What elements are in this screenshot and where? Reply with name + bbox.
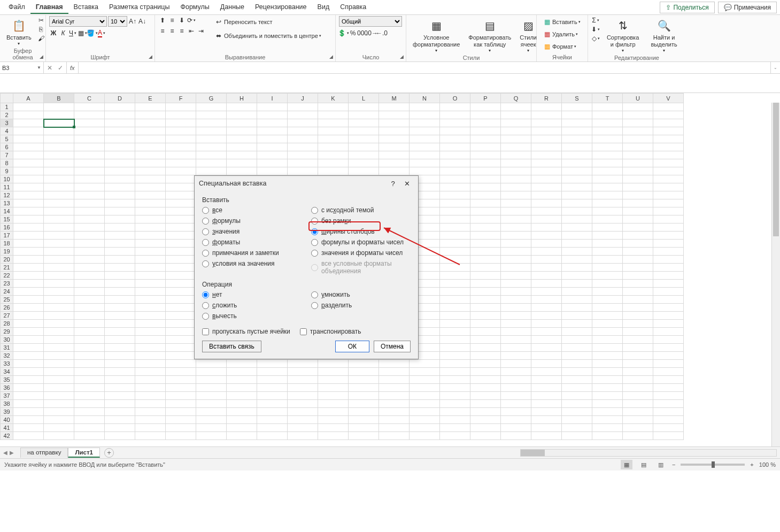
cell-S31[interactable] <box>562 344 592 352</box>
radio-formulas[interactable]: формулы <box>202 217 302 225</box>
row-header-7[interactable]: 7 <box>1 151 13 159</box>
cell-T7[interactable] <box>592 151 623 159</box>
cell-A13[interactable] <box>13 199 44 207</box>
percent-format-button[interactable]: % <box>349 29 357 37</box>
cell-C7[interactable] <box>74 151 105 159</box>
cell-L38[interactable] <box>349 400 379 408</box>
cell-D27[interactable] <box>105 312 135 320</box>
cell-R3[interactable] <box>531 119 562 127</box>
cell-R29[interactable] <box>531 328 562 336</box>
radio-all[interactable]: все <box>202 206 302 214</box>
cell-Q30[interactable] <box>501 336 531 344</box>
cell-S19[interactable] <box>562 248 592 256</box>
cell-A8[interactable] <box>13 159 44 167</box>
cell-H33[interactable] <box>227 360 257 368</box>
page-layout-view-button[interactable]: ▤ <box>638 460 650 469</box>
cell-R6[interactable] <box>531 143 562 151</box>
cell-S9[interactable] <box>562 167 592 175</box>
cell-N33[interactable] <box>410 360 440 368</box>
cell-G8[interactable] <box>196 159 227 167</box>
cell-T39[interactable] <box>592 408 623 416</box>
cell-S1[interactable] <box>562 103 592 111</box>
cell-T11[interactable] <box>592 183 623 191</box>
cancel-formula-button[interactable]: ✕ <box>47 64 52 72</box>
cell-V16[interactable] <box>653 223 684 232</box>
cell-R37[interactable] <box>531 392 562 400</box>
cell-B4[interactable] <box>44 127 74 135</box>
cell-D17[interactable] <box>105 232 135 240</box>
row-header-19[interactable]: 19 <box>1 248 13 256</box>
radio-add[interactable]: сложить <box>202 301 302 310</box>
cell-G6[interactable] <box>196 143 227 151</box>
cell-V42[interactable] <box>653 432 684 440</box>
cell-D11[interactable] <box>105 183 135 191</box>
cell-I42[interactable] <box>257 432 288 440</box>
row-header-33[interactable]: 33 <box>1 360 13 368</box>
cell-E17[interactable] <box>135 232 166 240</box>
cell-T17[interactable] <box>592 232 623 240</box>
cell-B22[interactable] <box>44 272 74 280</box>
cell-T21[interactable] <box>592 264 623 272</box>
cell-Q16[interactable] <box>501 223 531 232</box>
cell-T36[interactable] <box>592 384 623 392</box>
cell-J4[interactable] <box>288 127 318 135</box>
cell-F32[interactable] <box>166 352 196 360</box>
cell-P30[interactable] <box>470 336 501 344</box>
cell-N9[interactable] <box>410 167 440 175</box>
align-center-button[interactable]: ≡ <box>168 27 176 35</box>
cell-C23[interactable] <box>74 280 105 288</box>
cell-Q5[interactable] <box>501 135 531 143</box>
col-header-K[interactable]: K <box>318 94 349 103</box>
scrollbar-thumb[interactable] <box>773 103 779 236</box>
cell-Q14[interactable] <box>501 207 531 215</box>
align-right-button[interactable]: ≡ <box>177 27 186 35</box>
cell-A42[interactable] <box>13 432 44 440</box>
cell-E11[interactable] <box>135 183 166 191</box>
cell-T37[interactable] <box>592 392 623 400</box>
cell-H36[interactable] <box>227 384 257 392</box>
cell-O13[interactable] <box>440 199 470 207</box>
cell-P41[interactable] <box>470 424 501 432</box>
row-header-6[interactable]: 6 <box>1 143 13 151</box>
cell-T18[interactable] <box>592 240 623 248</box>
cell-A34[interactable] <box>13 368 44 376</box>
cell-P42[interactable] <box>470 432 501 440</box>
cell-O40[interactable] <box>440 416 470 424</box>
cell-D1[interactable] <box>105 103 135 111</box>
cell-Q10[interactable] <box>501 175 531 183</box>
cell-O24[interactable] <box>440 288 470 296</box>
cell-Q12[interactable] <box>501 191 531 199</box>
sheet-tab-Лист1[interactable]: Лист1 <box>68 448 100 458</box>
decrease-font-button[interactable]: A↓ <box>138 17 146 26</box>
cell-V30[interactable] <box>653 336 684 344</box>
add-sheet-button[interactable]: + <box>104 448 114 458</box>
cell-N4[interactable] <box>410 127 440 135</box>
cell-R9[interactable] <box>531 167 562 175</box>
cell-I9[interactable] <box>257 167 288 175</box>
cell-O18[interactable] <box>440 240 470 248</box>
horizontal-scrollbar[interactable] <box>520 449 777 457</box>
cell-A19[interactable] <box>13 248 44 256</box>
cell-H2[interactable] <box>227 111 257 119</box>
cell-D14[interactable] <box>105 207 135 215</box>
cell-F36[interactable] <box>166 384 196 392</box>
cell-B23[interactable] <box>44 280 74 288</box>
cell-R25[interactable] <box>531 296 562 304</box>
cell-U27[interactable] <box>623 312 653 320</box>
cell-Q19[interactable] <box>501 248 531 256</box>
cell-S42[interactable] <box>562 432 592 440</box>
cell-O2[interactable] <box>440 111 470 119</box>
cell-V11[interactable] <box>653 183 684 191</box>
cell-U32[interactable] <box>623 352 653 360</box>
cell-Q9[interactable] <box>501 167 531 175</box>
menu-tab-Справка[interactable]: Справка <box>335 1 372 14</box>
cell-T38[interactable] <box>592 400 623 408</box>
row-header-28[interactable]: 28 <box>1 320 13 328</box>
cell-O27[interactable] <box>440 312 470 320</box>
cell-E20[interactable] <box>135 256 166 264</box>
col-header-V[interactable]: V <box>653 94 684 103</box>
cell-Q36[interactable] <box>501 384 531 392</box>
cell-A18[interactable] <box>13 240 44 248</box>
cell-H42[interactable] <box>227 432 257 440</box>
cell-S17[interactable] <box>562 232 592 240</box>
